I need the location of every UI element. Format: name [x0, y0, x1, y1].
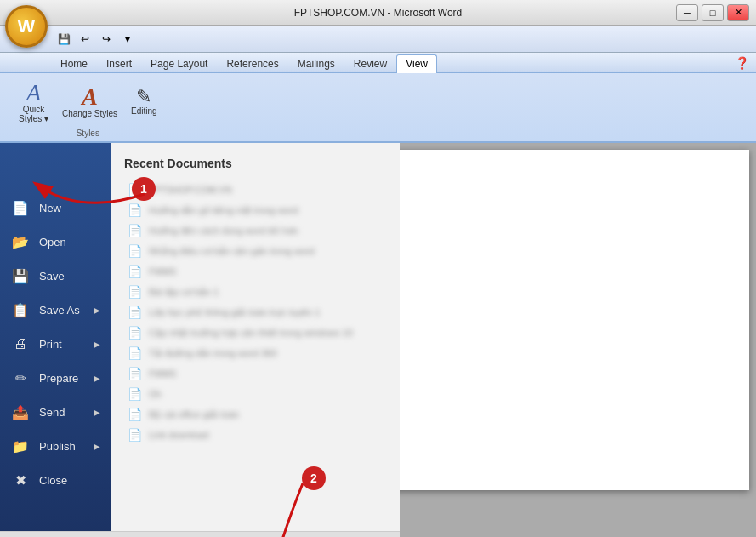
- recent-item-text-3: Những điều cơ bản cần gần trong word: [149, 246, 315, 257]
- tab-home[interactable]: Home: [51, 54, 97, 72]
- redo-qa-button[interactable]: ↪: [97, 30, 116, 49]
- menu-item-close[interactable]: ✖ Close: [0, 463, 111, 497]
- tab-review[interactable]: Review: [344, 54, 396, 72]
- tab-insert[interactable]: Insert: [97, 54, 141, 72]
- menu-open-label: Open: [39, 236, 66, 249]
- recent-item-text-6: Lớp học phổ thông giải toán trực tuyến 1: [149, 307, 321, 318]
- menu-item-save[interactable]: 💾 Save: [0, 259, 111, 293]
- styles-group-content: A QuickStyles ▾ A Change Styles ✎ Editin…: [14, 77, 162, 127]
- menu-item-prepare[interactable]: ✏ Prepare ▶: [0, 361, 111, 395]
- menu-print-label: Print: [39, 338, 62, 351]
- help-button[interactable]: ❓: [732, 54, 751, 72]
- styles-group: A QuickStyles ▾ A Change Styles ✎ Editin…: [7, 77, 169, 138]
- prepare-arrow-icon: ▶: [94, 374, 100, 383]
- doc-icon-4: 📄: [128, 265, 142, 278]
- doc-icon-9: 📄: [128, 367, 142, 380]
- doc-icon-8: 📄: [128, 346, 142, 360]
- doc-icon-1: 📄: [128, 203, 142, 217]
- tab-mailings[interactable]: Mailings: [288, 54, 344, 72]
- prepare-icon: ✏: [10, 368, 31, 388]
- quick-styles-icon: A: [26, 81, 41, 105]
- send-icon: 📤: [10, 402, 31, 422]
- doc-icon-6: 📄: [128, 306, 142, 319]
- dropdown-qa-button[interactable]: ▾: [118, 30, 137, 49]
- doc-icon-10: 📄: [128, 387, 142, 401]
- change-styles-icon: A: [82, 85, 98, 109]
- maximize-button[interactable]: □: [702, 4, 724, 21]
- tab-references[interactable]: References: [217, 54, 287, 72]
- recent-item-text-11: Bộ cài office giải toán: [149, 409, 239, 420]
- recent-item-text-7: Cập nhật trường hợp cần thiết trong wind…: [149, 328, 353, 339]
- recent-item-4[interactable]: 📄 FMMS: [124, 262, 386, 281]
- change-styles-label: Change Styles: [62, 109, 117, 118]
- office-button[interactable]: W: [5, 5, 48, 48]
- doc-icon-2: 📄: [128, 224, 142, 237]
- open-icon: 📂: [10, 231, 31, 252]
- doc-icon-5: 📄: [128, 285, 142, 299]
- recent-item-5[interactable]: 📄 Bài tập cơ bản 1: [124, 283, 386, 301]
- menu-bottom-bar: ⚙ Word Options ✕ Exit Word: [0, 531, 400, 537]
- recent-item-7[interactable]: 📄 Cập nhật trường hợp cần thiết trong wi…: [124, 323, 386, 342]
- recent-item-text-9: FMMS: [149, 368, 176, 379]
- tab-page-layout[interactable]: Page Layout: [141, 54, 217, 72]
- recent-item-text-5: Bài tập cơ bản 1: [149, 287, 219, 298]
- menu-send-label: Send: [39, 406, 65, 419]
- menu-publish-label: Publish: [39, 440, 76, 453]
- print-arrow-icon: ▶: [94, 340, 100, 349]
- title-bar-title: FPTSHOP.COM.VN - Microsoft Word: [294, 7, 463, 19]
- recent-item-text-0: FPTSHOP.COM.VN: [149, 185, 232, 195]
- recent-item-6[interactable]: 📄 Lớp học phổ thông giải toán trực tuyến…: [124, 303, 386, 322]
- recent-item-0[interactable]: 📄 FPTSHOP.COM.VN: [124, 180, 386, 199]
- menu-item-send[interactable]: 📤 Send ▶: [0, 395, 111, 429]
- save-qa-button[interactable]: 💾: [54, 30, 73, 49]
- recent-item-11[interactable]: 📄 Bộ cài office giải toán: [124, 405, 386, 424]
- menu-item-publish[interactable]: 📁 Publish ▶: [0, 429, 111, 463]
- menu-overlay: 📄 New 📂 Open 💾 Save 📋 Save As ▶ 🖨 Print …: [0, 143, 400, 537]
- styles-group-label: Styles: [77, 129, 99, 138]
- recent-item-3[interactable]: 📄 Những điều cơ bản cần gần trong word: [124, 242, 386, 260]
- office-logo-icon: W: [18, 15, 36, 37]
- undo-qa-button[interactable]: ↩: [76, 30, 94, 49]
- title-bar-controls: ─ □ ✕: [676, 4, 749, 21]
- menu-item-saveas[interactable]: 📋 Save As ▶: [0, 293, 111, 327]
- annotation-1-label: 1: [140, 182, 147, 196]
- menu-item-open[interactable]: 📂 Open: [0, 225, 111, 259]
- saveas-arrow-icon: ▶: [94, 306, 100, 315]
- doc-icon-12: 📄: [128, 428, 142, 442]
- recent-item-text-2: Hướng đến cách dùng word tốt hơn: [149, 226, 298, 237]
- quick-styles-button[interactable]: A QuickStyles ▾: [14, 78, 54, 126]
- menu-save-label: Save: [39, 270, 65, 283]
- save-icon: 💾: [10, 266, 31, 286]
- quick-styles-label: QuickStyles ▾: [19, 105, 48, 123]
- menu-item-print[interactable]: 🖨 Print ▶: [0, 327, 111, 361]
- ribbon-area: W 💾 ↩ ↪ ▾ Home Insert Page Layout Refere…: [0, 26, 756, 143]
- title-bar: FPTSHOP.COM.VN - Microsoft Word ─ □ ✕: [0, 0, 756, 26]
- recent-item-text-1: Hướng dẫn gõ tiếng việt trong word: [149, 205, 298, 216]
- menu-new-label: New: [39, 202, 61, 214]
- recent-panel: Recent Documents 📄 FPTSHOP.COM.VN 📄 Hướn…: [111, 143, 400, 537]
- recent-item-text-12: Link download: [149, 430, 208, 440]
- ribbon-content: A QuickStyles ▾ A Change Styles ✎ Editin…: [0, 73, 756, 141]
- recent-docs-title: Recent Documents: [124, 157, 386, 170]
- menu-item-new[interactable]: 📄 New: [0, 191, 111, 225]
- doc-container: 📄 New 📂 Open 💾 Save 📋 Save As ▶ 🖨 Print …: [0, 143, 756, 537]
- recent-item-2[interactable]: 📄 Hướng đến cách dùng word tốt hơn: [124, 221, 386, 240]
- change-styles-button[interactable]: A Change Styles: [57, 83, 122, 121]
- recent-item-text-4: FMMS: [149, 266, 176, 277]
- close-button[interactable]: ✕: [727, 4, 749, 21]
- recent-item-12[interactable]: 📄 Link download: [124, 426, 386, 444]
- recent-item-9[interactable]: 📄 FMMS: [124, 364, 386, 383]
- tab-view[interactable]: View: [396, 54, 437, 73]
- annotation-2-label: 2: [310, 471, 317, 485]
- recent-item-1[interactable]: 📄 Hướng dẫn gõ tiếng việt trong word: [124, 201, 386, 220]
- minimize-button[interactable]: ─: [676, 4, 698, 21]
- editing-label: Editing: [131, 106, 157, 116]
- editing-button[interactable]: ✎ Editing: [126, 85, 162, 118]
- menu-saveas-label: Save As: [39, 304, 80, 317]
- editing-icon: ✎: [136, 88, 151, 106]
- menu-prepare-label: Prepare: [39, 372, 78, 385]
- send-arrow-icon: ▶: [94, 408, 100, 417]
- recent-item-8[interactable]: 📄 Tải đường dẫn trong word 360: [124, 344, 386, 363]
- doc-icon-7: 📄: [128, 326, 142, 340]
- recent-item-10[interactable]: 📄 Oh: [124, 385, 386, 403]
